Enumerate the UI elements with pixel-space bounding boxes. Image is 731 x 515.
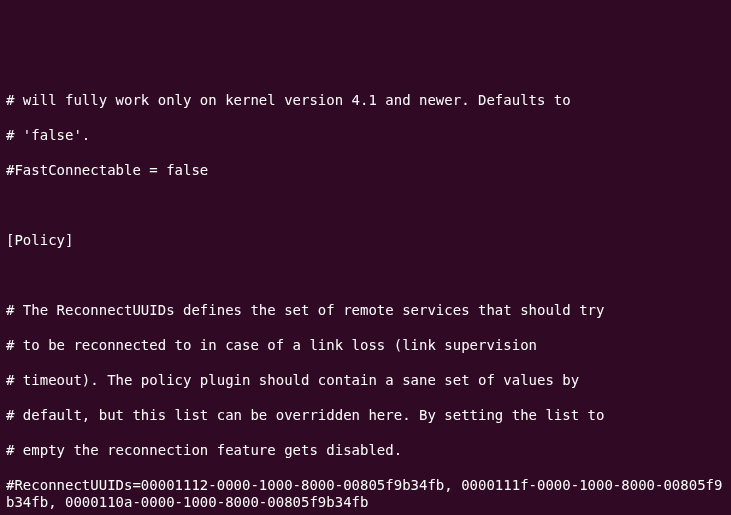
terminal-window[interactable]: # will fully work only on kernel version…	[6, 74, 725, 515]
config-line: # The ReconnectUUIDs defines the set of …	[6, 302, 725, 320]
config-line: #FastConnectable = false	[6, 162, 725, 180]
config-line: # timeout). The policy plugin should con…	[6, 372, 725, 390]
config-line: # 'false'.	[6, 127, 725, 145]
config-line	[6, 197, 725, 215]
config-line: #ReconnectUUIDs=00001112-0000-1000-8000-…	[6, 477, 725, 512]
config-line: # empty the reconnection feature gets di…	[6, 442, 725, 460]
config-line: # will fully work only on kernel version…	[6, 92, 725, 110]
config-section-header: [Policy]	[6, 232, 725, 250]
config-line: # default, but this list can be overridd…	[6, 407, 725, 425]
config-line	[6, 267, 725, 285]
config-line: # to be reconnected to in case of a link…	[6, 337, 725, 355]
